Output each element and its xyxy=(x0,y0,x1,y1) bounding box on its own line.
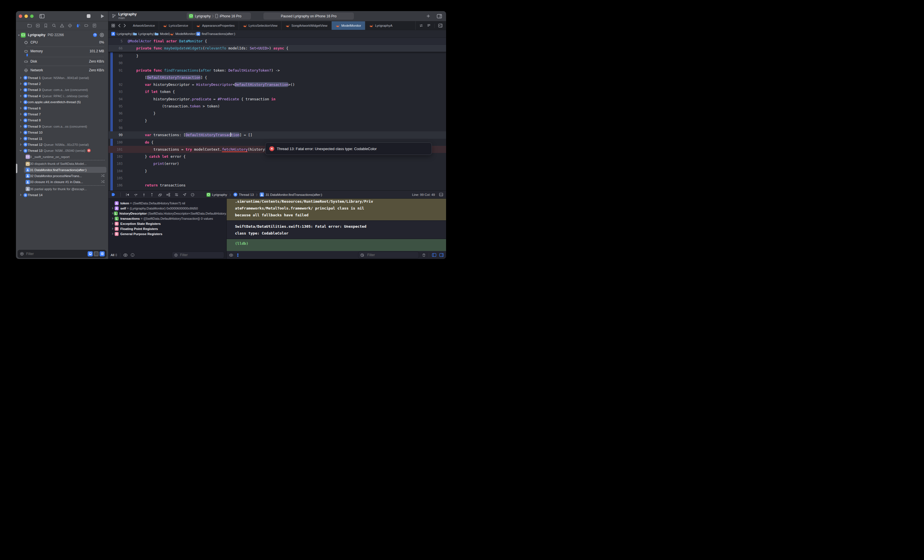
toggle-inspector-icon[interactable] xyxy=(436,14,442,18)
swap-file-icon[interactable] xyxy=(419,24,423,28)
runtime-error-annotation[interactable]: ✕ Thread 13: Fatal error: Unexpected cla… xyxy=(265,142,432,155)
code-line[interactable]: 5@ModelActor final actor DataMonitor { xyxy=(108,38,446,45)
step-into-button[interactable] xyxy=(142,193,146,197)
stack-frame-row[interactable]: 31 DataMonitor.findTransactions(after:) xyxy=(24,167,106,173)
gauge-row-network[interactable]: NetworkZero KB/s xyxy=(16,66,108,74)
code-line[interactable]: 89 } xyxy=(108,52,446,60)
code-line[interactable]: 97 } xyxy=(108,117,446,124)
tab-modelmonitor[interactable]: ModelMonitor xyxy=(332,21,366,30)
code-line[interactable]: 90 xyxy=(108,60,446,66)
forward-icon[interactable] xyxy=(123,24,126,28)
console-filter-input[interactable] xyxy=(367,253,417,257)
chevron-right-icon[interactable] xyxy=(111,222,115,225)
chevron-right-icon[interactable] xyxy=(20,112,23,116)
add-editor-icon[interactable] xyxy=(438,24,442,28)
chevron-right-icon[interactable] xyxy=(111,228,115,231)
chevron-down-icon[interactable]: ▾ xyxy=(18,33,20,37)
minimize-window-button[interactable] xyxy=(24,15,28,18)
info-gauge-icon[interactable] xyxy=(93,33,97,37)
chevron-right-icon[interactable] xyxy=(111,232,115,236)
breakpoint-navigator-icon[interactable] xyxy=(84,23,88,28)
close-window-button[interactable] xyxy=(19,15,22,18)
chevron-right-icon[interactable] xyxy=(111,217,115,220)
eye-icon[interactable] xyxy=(229,253,233,257)
issue-navigator-icon[interactable] xyxy=(60,23,64,28)
variable-row[interactable]: LhistoryDescriptor (SwiftData.HistoryDes… xyxy=(108,211,226,216)
jumpbar-item[interactable]: MfindTransactions(after:) xyxy=(196,32,235,36)
stack-frame-row[interactable]: 36 partial apply for thunk for @escapi..… xyxy=(24,186,106,192)
console-output[interactable]: .simruntime/Contents/Resources/RuntimeRo… xyxy=(227,199,446,251)
jumpbar-item[interactable]: Lyrigraphy xyxy=(111,32,132,36)
instruments-button[interactable] xyxy=(190,193,195,197)
related-items-icon[interactable] xyxy=(111,24,115,28)
code-line[interactable]: 92 var historyDescriptor = HistoryDescri… xyxy=(108,81,446,88)
info-icon[interactable] xyxy=(130,253,135,257)
thread-row[interactable]: com.apple.uikit.eventfetch-thread (5) xyxy=(16,99,108,105)
zoom-window-button[interactable] xyxy=(30,15,34,18)
variables-filter-field[interactable] xyxy=(172,252,224,258)
chevron-right-icon[interactable] xyxy=(20,100,23,104)
metadata-options-icon[interactable] xyxy=(236,253,240,257)
thread-row[interactable]: Thread 11 xyxy=(16,136,108,142)
test-navigator-icon[interactable] xyxy=(68,23,72,28)
code-line[interactable]: 66 private func maybeUpdateWidgets(relev… xyxy=(108,45,446,52)
process-row[interactable]: ▾ Lyrigraphy PID 22266 xyxy=(16,31,108,39)
tab-appearanceproperties[interactable]: AppearanceProperties xyxy=(192,21,238,30)
run-button[interactable] xyxy=(100,14,105,18)
variable-row[interactable]: Atoken = (SwiftData.DefaultHistoryToken?… xyxy=(108,201,226,206)
source-control-navigator-icon[interactable] xyxy=(36,23,40,28)
toggle-console-view-icon[interactable] xyxy=(439,253,444,257)
chevron-right-icon[interactable] xyxy=(20,118,23,122)
bookmark-navigator-icon[interactable] xyxy=(44,23,48,28)
chevron-right-icon[interactable] xyxy=(20,88,23,91)
code-line[interactable]: 99 var transactions: [DefaultHistoryTran… xyxy=(108,131,446,138)
thread-row[interactable]: Thread 14 xyxy=(16,192,108,198)
thread-row[interactable]: Thread 2 xyxy=(16,81,108,87)
thread-filter-field[interactable] xyxy=(18,250,106,258)
report-navigator-icon[interactable] xyxy=(92,23,97,28)
jumpbar-item[interactable]: ModelMonitor xyxy=(170,32,195,36)
code-line[interactable]: 104 } xyxy=(108,168,446,175)
thread-row[interactable]: Thread 3Queue: com.a...ive (concurrent) xyxy=(16,87,108,93)
tab-lyrigraphya[interactable]: LyrigraphyA xyxy=(365,21,416,30)
back-icon[interactable] xyxy=(118,24,121,28)
run-destination[interactable]: Lyrigraphy 〉 iPhone 16 Pro xyxy=(187,12,251,19)
crashed-only-button[interactable] xyxy=(94,251,99,256)
jumpbar-item[interactable]: Model xyxy=(154,32,169,36)
toggle-variables-view-icon[interactable] xyxy=(432,253,436,257)
tab-songartworkwidgetview[interactable]: SongArtworkWidgetView xyxy=(282,21,332,30)
stop-button[interactable] xyxy=(87,14,91,18)
activity-monitor-icon[interactable] xyxy=(100,33,104,37)
stack-frame-row[interactable]: 30 dispatch thunk of SwiftData.Model... xyxy=(24,160,106,166)
variable-row[interactable]: Aself = (Lyrigraphy.DataMonitor) 0x00006… xyxy=(108,206,226,211)
project-navigator-icon[interactable] xyxy=(27,23,32,28)
chevron-right-icon[interactable] xyxy=(20,193,23,197)
chevron-down-icon[interactable] xyxy=(20,149,23,152)
code-line[interactable]: 107 } xyxy=(108,189,446,190)
eye-icon[interactable] xyxy=(123,253,128,257)
variable-row[interactable]: RFloating Point Registers xyxy=(108,226,226,231)
code-line[interactable]: 94 historyDescriptor.predicate = #Predic… xyxy=(108,96,446,103)
add-button[interactable] xyxy=(426,14,430,18)
code-line[interactable]: 91 private func findTransactions(after t… xyxy=(108,67,446,74)
thread-row[interactable]: Thread 8 xyxy=(16,117,108,123)
thread-row[interactable]: Thread 10 xyxy=(16,130,108,136)
chevron-right-icon[interactable] xyxy=(20,106,23,110)
thread-row[interactable]: Thread 9Queue: com.a...os (concurrent) xyxy=(16,123,108,129)
simulate-location-button[interactable] xyxy=(183,193,187,197)
minimap-icon[interactable] xyxy=(427,24,431,28)
tab-lyricsselectionview[interactable]: LyricsSelectionView xyxy=(239,21,282,30)
code-line[interactable]: 105 xyxy=(108,175,446,182)
thread-row[interactable]: Thread 12Queue: NSMa...91c270 (serial) xyxy=(16,142,108,148)
debug-view-hierarchy-button[interactable] xyxy=(158,193,162,197)
chevron-right-icon[interactable] xyxy=(20,82,23,85)
code-line[interactable]: 106 return transactions xyxy=(108,182,446,189)
variables-filter-input[interactable] xyxy=(180,253,222,257)
code-line[interactable]: 95 (transaction.token > token) xyxy=(108,103,446,110)
variable-row[interactable]: RGeneral Purpose Registers xyxy=(108,231,226,237)
jumpbar-item[interactable]: Lyrigraphy xyxy=(133,32,153,36)
toggle-console-icon[interactable] xyxy=(439,193,443,196)
stack-frame-row[interactable]: 32 DataMonitor.processNewTrans... xyxy=(24,173,106,179)
code-line[interactable]: 93 if let token { xyxy=(108,88,446,95)
debug-memory-graph-button[interactable] xyxy=(166,193,170,197)
